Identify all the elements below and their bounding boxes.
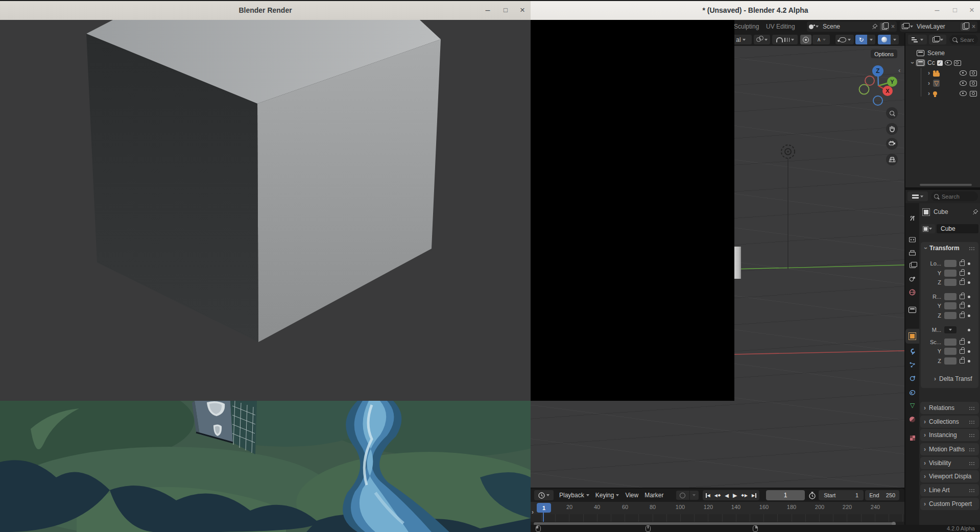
value-field[interactable] <box>944 270 957 277</box>
menu-marker[interactable]: Marker <box>641 492 666 499</box>
panel-collections[interactable]: ›Collections <box>920 416 979 428</box>
breadcrumb-object-name[interactable]: Cube <box>932 208 969 215</box>
lock-open-icon[interactable] <box>960 304 965 308</box>
value-field[interactable] <box>944 293 957 300</box>
render-window-titlebar[interactable]: Blender Render – □ × <box>0 0 531 20</box>
tab-physics[interactable] <box>905 372 919 385</box>
lock-open-icon[interactable] <box>960 271 965 276</box>
gizmo-x-axis[interactable]: X <box>882 86 893 96</box>
drag-grip-icon[interactable] <box>969 247 975 250</box>
auto-keying-toggle[interactable] <box>676 491 689 500</box>
lock-open-icon[interactable] <box>960 340 965 345</box>
tab-render[interactable] <box>905 233 919 246</box>
value-field[interactable] <box>944 348 957 355</box>
close-button[interactable]: × <box>517 5 528 16</box>
minimize-button[interactable]: – <box>482 5 493 16</box>
unlink-scene-icon[interactable]: × <box>891 23 895 30</box>
overlays-toggle[interactable]: ↻ <box>855 35 867 44</box>
panel-visibility[interactable]: ›Visibility <box>920 457 979 469</box>
menu-keying[interactable]: Keying <box>592 492 623 499</box>
zoom-button[interactable] <box>886 107 898 119</box>
view-layer-name[interactable]: ViewLayer <box>915 23 959 30</box>
current-frame-marker[interactable]: 1 <box>537 503 551 513</box>
minimize-button[interactable]: – <box>931 5 943 16</box>
animate-dot[interactable] <box>968 305 970 307</box>
chevron-right-icon[interactable]: › <box>928 80 930 86</box>
proportional-editing-toggle[interactable] <box>800 35 811 44</box>
outliner-row-collection[interactable]: › Cc ✓ <box>912 58 961 67</box>
cube-object-sliver[interactable] <box>734 247 741 279</box>
properties-search[interactable] <box>931 191 978 201</box>
remove-view-layer-icon[interactable]: × <box>972 23 975 30</box>
magnet-icon[interactable] <box>776 37 783 42</box>
play-reverse-button[interactable]: ◀ <box>723 493 731 498</box>
maximize-button[interactable]: □ <box>949 5 961 16</box>
render-visibility-icon[interactable] <box>970 81 977 86</box>
timeline-ruler[interactable]: 20 40 60 80 100 120 140 160 180 200 220 … <box>531 502 904 514</box>
panel-motion-paths[interactable]: ›Motion Paths <box>920 443 979 455</box>
animate-dot[interactable] <box>968 262 970 265</box>
animate-dot[interactable] <box>968 315 970 317</box>
delta-transform-subpanel[interactable]: › Delta Transf <box>934 375 972 382</box>
object-name-field[interactable]: Cube <box>937 224 978 233</box>
render-visibility-icon[interactable] <box>954 60 961 66</box>
new-view-layer-button[interactable] <box>961 22 970 31</box>
tab-constraints[interactable] <box>905 385 919 399</box>
maximize-button[interactable]: □ <box>500 5 511 16</box>
tab-object-data[interactable]: ▽ <box>905 399 919 412</box>
panel-viewport-display[interactable]: ›Viewport Displa <box>920 470 979 482</box>
lock-open-icon[interactable] <box>960 359 965 364</box>
drag-grip-icon[interactable] <box>969 420 975 424</box>
outliner-display-mode-dropdown[interactable] <box>908 35 927 44</box>
show-gizmo-dropdown[interactable] <box>835 35 854 44</box>
value-field[interactable] <box>944 357 957 365</box>
lock-open-icon[interactable] <box>960 349 965 354</box>
drag-grip-icon[interactable] <box>969 489 975 492</box>
menu-view[interactable]: View <box>622 492 641 499</box>
close-button[interactable]: × <box>966 5 977 16</box>
tab-tool[interactable] <box>905 211 919 225</box>
outliner-hscrollbar[interactable] <box>920 184 972 186</box>
outliner-row-light[interactable]: › <box>928 89 977 98</box>
next-keyframe-button[interactable]: ◆▶ <box>739 493 750 498</box>
render-visibility-icon[interactable] <box>970 91 977 96</box>
tab-particles[interactable] <box>905 358 919 371</box>
value-field[interactable] <box>944 260 957 267</box>
eye-icon[interactable] <box>945 60 952 65</box>
eye-icon[interactable] <box>960 70 967 76</box>
animate-dot[interactable] <box>968 329 970 331</box>
jump-to-end-button[interactable]: ▶ <box>750 493 758 498</box>
timeline-track-strip[interactable] <box>531 514 904 522</box>
lock-open-icon[interactable] <box>960 261 965 266</box>
tab-object-active[interactable] <box>905 329 919 344</box>
tab-modifiers[interactable] <box>905 345 919 358</box>
animate-dot[interactable] <box>968 341 970 344</box>
snap-target-dropdown[interactable] <box>754 35 770 44</box>
pin-icon[interactable] <box>872 23 878 30</box>
shading-material-toggle[interactable] <box>878 35 891 44</box>
pin-icon[interactable] <box>972 209 978 215</box>
animate-dot[interactable] <box>968 296 970 298</box>
lock-open-icon[interactable] <box>960 280 965 285</box>
tab-view-layer[interactable] <box>905 259 919 272</box>
play-button[interactable]: ▶ <box>731 492 739 499</box>
tab-material[interactable] <box>905 413 919 426</box>
eye-icon[interactable] <box>960 91 967 96</box>
end-frame-field[interactable]: End250 <box>865 490 899 500</box>
panel-relations[interactable]: ›Relations <box>920 402 979 414</box>
scene-selector[interactable]: Scene × <box>807 21 897 32</box>
camera-view-button[interactable] <box>886 138 898 150</box>
main-window-titlebar[interactable]: * (Unsaved) - Blender 4.2 Alpha – □ × <box>531 0 980 20</box>
outliner-search-input[interactable] <box>959 36 975 43</box>
menu-playback[interactable]: Playback <box>556 492 592 499</box>
value-field[interactable] <box>944 338 957 346</box>
auto-keying-dropdown[interactable] <box>690 491 699 500</box>
value-field[interactable] <box>944 302 957 309</box>
chevron-right-icon[interactable]: › <box>928 70 930 76</box>
gizmo-y-axis[interactable]: Y <box>887 77 897 87</box>
pan-button[interactable] <box>886 123 898 135</box>
tab-scene[interactable] <box>905 272 919 285</box>
toggle-ortho-button[interactable] <box>886 154 898 165</box>
tab-sculpting[interactable]: Sculpting <box>734 23 759 30</box>
render-visibility-icon[interactable] <box>970 70 977 76</box>
